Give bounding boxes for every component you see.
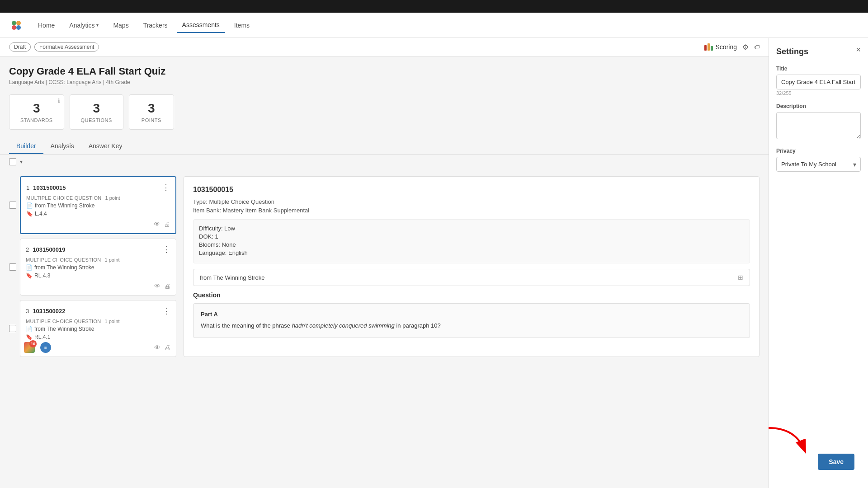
q1-type: MULTIPLE CHOICE QUESTION xyxy=(26,195,102,201)
tab-answer-key[interactable]: Answer Key xyxy=(81,139,130,154)
q3-standard: 🔖 RL.4.1 xyxy=(26,334,170,340)
qd-language: Language: English xyxy=(199,249,744,256)
analytics-chevron-icon: ▾ xyxy=(96,23,99,28)
points-label: POINTS xyxy=(140,117,163,123)
q3-id: 1031500022 xyxy=(33,308,65,314)
q1-source: 📄 from The Winning Stroke xyxy=(26,202,170,209)
qd-passage-title: from The Winning Stroke xyxy=(200,274,265,281)
question-card-1[interactable]: 1 1031500015 ⋮ MULTIPLE CHOICE QUESTION … xyxy=(20,176,176,234)
settings-description-field: Description xyxy=(776,103,861,141)
scoring-label: Scoring xyxy=(716,43,737,51)
q3-type: MULTIPLE CHOICE QUESTION xyxy=(26,319,101,324)
settings-gear-icon[interactable]: ⚙ xyxy=(742,43,749,52)
builder-area: 1 1031500015 ⋮ MULTIPLE CHOICE QUESTION … xyxy=(0,169,769,364)
qd-id: 1031500015 xyxy=(193,186,750,194)
tab-analysis[interactable]: Analysis xyxy=(43,139,81,154)
q2-id: 1031500019 xyxy=(33,246,65,253)
page-subtitle: Language Arts | CCSS: Language Arts | 4t… xyxy=(9,79,760,85)
save-button[interactable]: Save xyxy=(818,454,854,470)
settings-close-button[interactable]: × xyxy=(856,45,861,55)
label-icon[interactable]: 🏷 xyxy=(754,44,760,50)
qd-expand-button[interactable]: ⊞ xyxy=(738,274,743,281)
q2-preview-icon[interactable]: 👁 xyxy=(154,282,160,290)
q1-more-button[interactable]: ⋮ xyxy=(162,183,170,192)
tags-bar: Draft Formative Assessment Scoring ⚙ 🏷 xyxy=(0,38,769,56)
q1-preview-icon[interactable]: 👁 xyxy=(154,221,160,228)
stat-questions: 3 QUESTIONS xyxy=(70,94,123,130)
collapse-button[interactable]: ▾ xyxy=(20,159,23,165)
doc-icon-3: 📄 xyxy=(26,326,33,332)
q1-points: 1 point xyxy=(105,195,120,201)
settings-description-input[interactable] xyxy=(776,112,861,139)
nav-maps[interactable]: Maps xyxy=(108,18,134,33)
qd-passage: from The Winning Stroke ⊞ xyxy=(193,269,750,286)
q1-actions: 👁 🖨 xyxy=(26,221,170,228)
qd-question-text: What is the meaning of the phrase hadn't… xyxy=(201,321,742,330)
settings-title-field: Title 32/255 xyxy=(776,66,861,96)
info-icon[interactable]: ℹ xyxy=(58,98,60,104)
select-all-checkbox[interactable] xyxy=(9,158,16,165)
svg-point-2 xyxy=(12,25,16,30)
q2-actions: 👁 🖨 xyxy=(26,282,170,290)
layer-icon: ≡ xyxy=(40,342,51,353)
q3-print-icon[interactable]: 🖨 xyxy=(164,344,170,351)
q3-checkbox[interactable] xyxy=(9,325,16,332)
questions-number: 3 xyxy=(81,101,112,116)
q3-preview-icon[interactable]: 👁 xyxy=(154,344,160,351)
q3-source: 📄 from The Winning Stroke xyxy=(26,326,170,332)
question-row-3: 3 1031500022 ⋮ MULTIPLE CHOICE QUESTION … xyxy=(9,300,176,357)
question-card-3[interactable]: 3 1031500022 ⋮ MULTIPLE CHOICE QUESTION … xyxy=(20,300,176,357)
q2-print-icon[interactable]: 🖨 xyxy=(164,282,170,290)
nav-items[interactable]: Items xyxy=(229,18,255,33)
qd-attributes: Difficulty: Low DOK: 1 Blooms: None Lang… xyxy=(193,219,750,263)
nav-assessments[interactable]: Assessments xyxy=(177,18,225,33)
question-list: 1 1031500015 ⋮ MULTIPLE CHOICE QUESTION … xyxy=(9,176,176,357)
svg-point-0 xyxy=(12,21,16,25)
formative-tag[interactable]: Formative Assessment xyxy=(34,42,99,52)
scoring-button[interactable]: Scoring xyxy=(704,43,737,51)
stat-standards: ℹ 3 STANDARDS xyxy=(9,94,64,130)
q1-checkbox[interactable] xyxy=(9,202,16,209)
tab-builder[interactable]: Builder xyxy=(9,139,43,154)
scoring-chart-icon xyxy=(704,43,713,51)
settings-char-count: 32/255 xyxy=(776,90,861,96)
q1-print-icon[interactable]: 🖨 xyxy=(164,221,170,228)
top-bar xyxy=(0,0,868,13)
logo xyxy=(9,18,24,33)
questions-label: QUESTIONS xyxy=(81,117,112,123)
q2-type: MULTIPLE CHOICE QUESTION xyxy=(26,257,101,263)
qd-dok: DOK: 1 xyxy=(199,233,744,240)
q2-checkbox[interactable] xyxy=(9,263,16,271)
main-nav: Home Analytics ▾ Maps Trackers Assessmen… xyxy=(0,13,868,38)
qd-bank: Item Bank: Mastery Item Bank Supplementa… xyxy=(193,207,750,214)
qd-blooms: Blooms: None xyxy=(199,241,744,248)
q3-more-button[interactable]: ⋮ xyxy=(162,306,170,316)
question-row-1: 1 1031500015 ⋮ MULTIPLE CHOICE QUESTION … xyxy=(9,176,176,234)
nav-home[interactable]: Home xyxy=(33,18,60,33)
nav-analytics[interactable]: Analytics ▾ xyxy=(64,18,104,33)
svg-point-3 xyxy=(16,25,21,30)
content-area: Draft Formative Assessment Scoring ⚙ 🏷 C… xyxy=(0,38,769,488)
select-all-row: ▾ xyxy=(0,155,769,169)
standard-icon-1: 🔖 xyxy=(26,211,33,217)
settings-privacy-select[interactable]: Private To My School Public Private xyxy=(776,157,861,172)
doc-icon-1: 📄 xyxy=(26,202,33,209)
settings-privacy-label: Privacy xyxy=(776,148,861,154)
user-avatar: 10 xyxy=(24,342,35,353)
standards-number: 3 xyxy=(20,101,53,116)
q3-points: 1 point xyxy=(105,319,120,324)
settings-description-label: Description xyxy=(776,103,861,109)
notification-badge: 10 xyxy=(29,340,37,347)
settings-title-input[interactable] xyxy=(776,75,861,89)
main-layout: Draft Formative Assessment Scoring ⚙ 🏷 C… xyxy=(0,38,868,488)
nav-trackers[interactable]: Trackers xyxy=(138,18,173,33)
scoring-area: Scoring ⚙ 🏷 xyxy=(704,43,760,52)
stat-points: 3 POINTS xyxy=(129,94,174,130)
draft-tag[interactable]: Draft xyxy=(9,42,31,52)
stats-row: ℹ 3 STANDARDS 3 QUESTIONS 3 POINTS xyxy=(0,90,769,134)
svg-point-1 xyxy=(16,21,21,25)
q3-number: 3 xyxy=(26,308,29,314)
question-card-2[interactable]: 2 1031500019 ⋮ MULTIPLE CHOICE QUESTION … xyxy=(20,239,176,296)
q2-more-button[interactable]: ⋮ xyxy=(162,244,170,254)
q1-standard: 🔖 L.4.4 xyxy=(26,211,170,217)
